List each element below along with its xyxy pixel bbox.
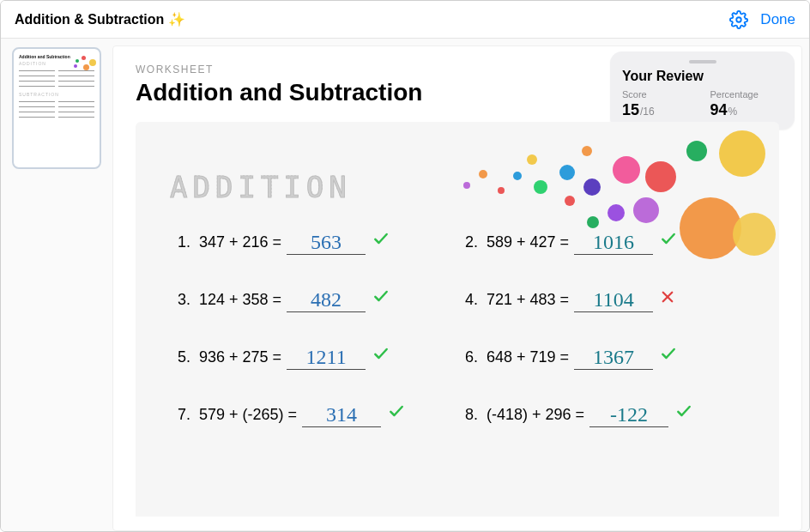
- answer-field[interactable]: 563: [287, 232, 366, 255]
- problem-row: 2.589 + 427 =1016: [457, 230, 745, 253]
- problem-number: 6.: [457, 348, 478, 366]
- problem-expression: 589 + 427 =: [487, 233, 569, 251]
- cross-icon: [660, 289, 677, 305]
- problem-number: 8.: [457, 406, 478, 424]
- done-button[interactable]: Done: [760, 11, 795, 28]
- sidebar: Addition and Subtraction ADDITION SUBTRA…: [1, 39, 112, 531]
- gear-icon[interactable]: [729, 10, 748, 29]
- problem-expression: 648 + 719 =: [487, 348, 569, 366]
- problem-expression: 579 + (-265) =: [199, 406, 297, 424]
- review-title: Your Review: [622, 69, 783, 84]
- check-icon: [660, 230, 677, 247]
- problem-expression: 721 + 483 =: [487, 291, 569, 309]
- worksheet-sheet: ADDITION 1.347 + 216 =5633.124 + 358 =48…: [136, 122, 779, 517]
- answer-field[interactable]: 482: [287, 289, 366, 312]
- main: Addition and Subtraction ADDITION SUBTRA…: [1, 39, 809, 531]
- answer-field[interactable]: 1016: [574, 232, 653, 255]
- topbar: Addition & Subtraction ✨ Done: [1, 1, 809, 39]
- problem-expression: 124 + 358 =: [199, 291, 281, 309]
- percent-value: 94%: [710, 101, 783, 119]
- problem-expression: 936 + 275 =: [199, 348, 281, 366]
- problem-number: 7.: [170, 406, 190, 424]
- review-panel[interactable]: Your Review Score 15/16 Percentage 94%: [610, 51, 795, 130]
- drag-handle[interactable]: [689, 60, 716, 63]
- check-icon: [372, 287, 390, 305]
- problem-row: 6.648 + 719 =1367: [457, 345, 745, 368]
- answer-field[interactable]: 1211: [287, 347, 366, 370]
- check-icon: [372, 345, 390, 362]
- problem-number: 2.: [457, 233, 478, 251]
- check-icon: [660, 345, 677, 362]
- answer-field[interactable]: 1367: [574, 347, 653, 370]
- problem-row: 4.721 + 483 =1104: [457, 287, 745, 311]
- problem-row: 1.347 + 216 =563: [170, 230, 457, 253]
- problem-number: 1.: [170, 233, 190, 251]
- app-title: Addition & Subtraction ✨: [15, 11, 185, 27]
- content: WORKSHEET Addition and Subtraction Your …: [112, 45, 802, 531]
- problem-expression: 347 + 216 =: [199, 233, 281, 251]
- problem-row: 8.(-418) + 296 =-122: [457, 402, 745, 426]
- svg-point-0: [737, 17, 742, 22]
- check-icon: [675, 402, 692, 420]
- problem-number: 4.: [457, 291, 478, 309]
- page-thumbnail[interactable]: Addition and Subtraction ADDITION SUBTRA…: [12, 47, 101, 169]
- problem-row: 5.936 + 275 =1211: [170, 345, 457, 368]
- problem-grid: 1.347 + 216 =5633.124 + 358 =4825.936 + …: [170, 230, 745, 460]
- check-icon: [372, 230, 390, 247]
- answer-field[interactable]: 1104: [574, 289, 653, 312]
- problem-number: 3.: [170, 291, 190, 309]
- problem-row: 3.124 + 358 =482: [170, 287, 457, 311]
- problem-row: 7.579 + (-265) =314: [170, 402, 457, 426]
- answer-field[interactable]: -122: [589, 404, 668, 427]
- check-icon: [388, 402, 405, 420]
- section-title: ADDITION: [170, 170, 352, 204]
- problem-number: 5.: [170, 348, 190, 366]
- score-value: 15/16: [622, 101, 695, 119]
- score-label: Score: [622, 89, 695, 100]
- percent-label: Percentage: [710, 89, 783, 100]
- problem-expression: (-418) + 296 =: [487, 406, 584, 424]
- answer-field[interactable]: 314: [302, 404, 381, 427]
